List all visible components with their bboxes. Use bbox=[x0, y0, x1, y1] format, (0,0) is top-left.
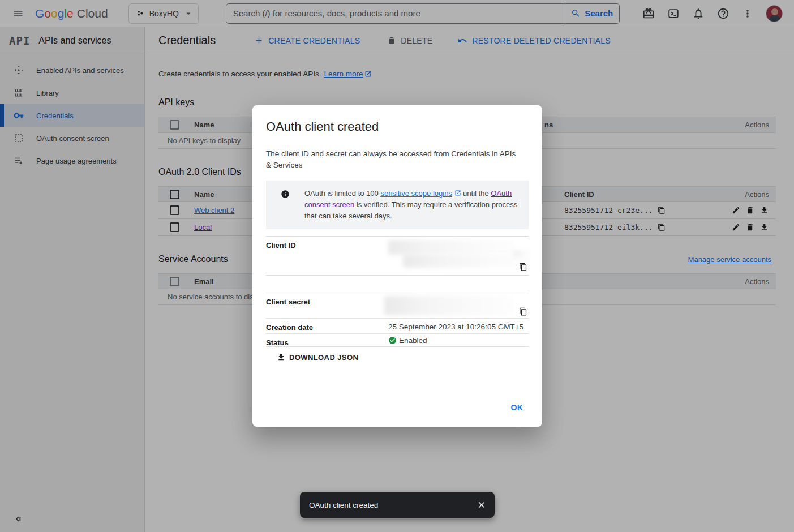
toast-snackbar: OAuth client created bbox=[300, 492, 495, 518]
copy-client-secret-icon[interactable] bbox=[519, 307, 527, 316]
notice-text: OAuth is limited to 100 sensitive scope … bbox=[304, 188, 521, 222]
oauth-limit-notice: OAuth is limited to 100 sensitive scope … bbox=[266, 181, 529, 229]
notice-fragment: until the bbox=[461, 189, 491, 198]
notice-fragment: OAuth is limited to 100 bbox=[304, 189, 380, 198]
oauth-client-created-dialog: OAuth client created The client ID and s… bbox=[252, 105, 542, 427]
status-label: Status bbox=[266, 334, 388, 346]
info-icon bbox=[281, 190, 290, 222]
close-icon[interactable] bbox=[477, 500, 487, 510]
copy-client-id-icon[interactable] bbox=[519, 263, 527, 271]
client-secret-row: Client secret bbox=[266, 293, 529, 318]
redacted-blur bbox=[384, 296, 513, 315]
client-id-value-redacted bbox=[388, 237, 529, 275]
creation-date-row: Creation date 25 September 2023 at 10:26… bbox=[266, 318, 529, 333]
dialog-title: OAuth client created bbox=[266, 119, 529, 135]
creation-date-label: Creation date bbox=[266, 319, 388, 333]
redacted-blur bbox=[403, 254, 530, 268]
status-badge: Enabled bbox=[388, 334, 529, 345]
check-circle-icon bbox=[388, 336, 397, 345]
dialog-subtitle: The client ID and secret can always be a… bbox=[266, 148, 522, 171]
toast-message: OAuth client created bbox=[309, 501, 378, 509]
redacted-blur bbox=[388, 240, 514, 255]
download-json-label: DOWNLOAD JSON bbox=[289, 353, 358, 362]
sensitive-scope-logins-link[interactable]: sensitive scope logins bbox=[380, 189, 452, 198]
download-icon bbox=[277, 353, 286, 362]
redacted-blur bbox=[514, 250, 530, 257]
client-id-label: Client ID bbox=[266, 237, 388, 275]
spacer-row bbox=[266, 275, 529, 293]
status-value: Enabled bbox=[399, 336, 427, 345]
dialog-fields: Client ID Client secret Creation date bbox=[266, 236, 529, 347]
client-id-row: Client ID bbox=[266, 236, 529, 275]
client-secret-value-redacted bbox=[388, 293, 529, 318]
external-link-icon bbox=[454, 190, 461, 196]
client-secret-label: Client secret bbox=[266, 293, 388, 318]
creation-date-value: 25 September 2023 at 10:26:05 GMT+5 bbox=[388, 319, 529, 331]
status-row: Status Enabled bbox=[266, 333, 529, 347]
ok-button[interactable]: OK bbox=[507, 400, 528, 415]
download-json-button[interactable]: DOWNLOAD JSON bbox=[273, 352, 362, 362]
